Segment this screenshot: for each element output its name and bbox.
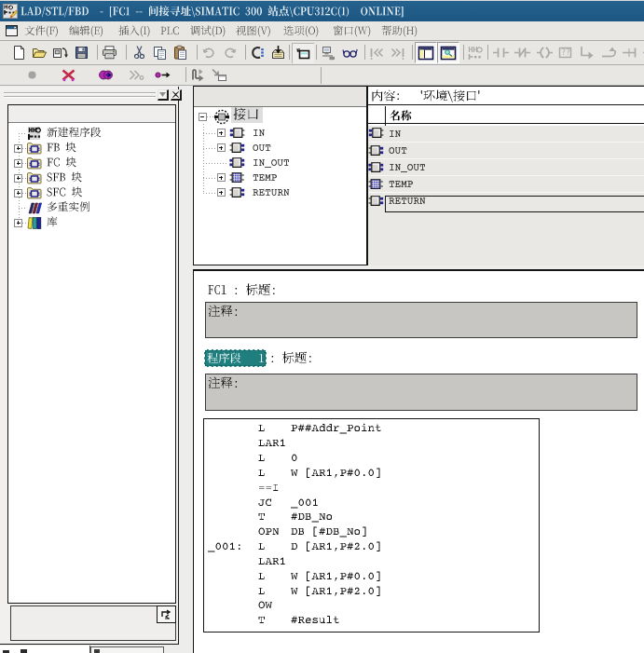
clipped-button[interactable] — [640, 44, 644, 61]
stl-code-box[interactable] — [203, 418, 540, 633]
stl-line[interactable] — [208, 481, 534, 496]
open-branch-button[interactable] — [578, 44, 596, 61]
menu-file[interactable] — [24, 25, 60, 38]
tree-item-new-network[interactable] — [8, 126, 175, 141]
stl-line[interactable] — [208, 569, 534, 584]
open-button[interactable] — [31, 44, 48, 61]
resume-button[interactable] — [154, 66, 171, 84]
coil-button[interactable] — [536, 44, 554, 61]
tree-item-return[interactable] — [194, 186, 366, 201]
expand-icon[interactable] — [217, 143, 226, 152]
menu-debug[interactable] — [190, 25, 227, 38]
open-block-button[interactable] — [51, 44, 69, 61]
compare-button[interactable] — [249, 44, 267, 61]
table-row-temp[interactable] — [368, 175, 644, 192]
tree-item-sfc[interactable] — [8, 185, 175, 200]
stl-line[interactable] — [208, 421, 534, 436]
stl-line[interactable] — [208, 510, 534, 524]
table-row-in[interactable] — [368, 126, 644, 143]
stl-line[interactable] — [208, 554, 534, 569]
connector-button[interactable] — [621, 44, 638, 61]
stl-line[interactable] — [208, 539, 534, 554]
expand-icon[interactable] — [14, 219, 22, 227]
jump-to-source-button[interactable] — [157, 605, 176, 623]
table-column-header[interactable] — [368, 106, 644, 124]
menu-edit[interactable] — [69, 25, 105, 38]
view-detail-toggle[interactable] — [437, 42, 459, 63]
new-network-button[interactable] — [466, 44, 484, 61]
table-row-inout[interactable] — [368, 158, 644, 175]
stl-line[interactable] — [208, 436, 534, 451]
panel-grip[interactable] — [4, 96, 156, 98]
step-over-button[interactable] — [128, 66, 145, 84]
redo-button[interactable] — [221, 44, 239, 61]
network-title-selected[interactable] — [204, 349, 267, 367]
menu-view[interactable] — [236, 25, 272, 38]
program-elements-toggle[interactable] — [415, 42, 437, 63]
next-error-button[interactable] — [389, 44, 406, 61]
table-row-out[interactable] — [368, 142, 644, 158]
collapse-icon[interactable] — [199, 113, 207, 121]
stl-line[interactable] — [208, 598, 534, 613]
goto-location-button[interactable] — [189, 66, 207, 84]
tree-item-in[interactable] — [194, 127, 366, 142]
tree-item-library[interactable] — [8, 215, 175, 230]
tree-item-inout[interactable] — [194, 156, 366, 171]
goto-window-button[interactable] — [211, 66, 228, 84]
expand-icon[interactable] — [14, 144, 22, 153]
tree-item-sfb[interactable] — [8, 170, 175, 185]
paste-button[interactable] — [171, 44, 189, 61]
new-button[interactable] — [10, 44, 28, 61]
stl-line[interactable] — [208, 496, 534, 510]
save-button[interactable] — [73, 44, 90, 61]
symbol-info-button[interactable] — [292, 43, 314, 63]
tab-call-structure[interactable] — [90, 646, 164, 653]
network-comment-box[interactable] — [205, 374, 637, 411]
stl-editor-panel[interactable] — [193, 269, 644, 653]
undo-button[interactable] — [200, 44, 218, 61]
menu-window[interactable] — [333, 25, 373, 38]
menu-options[interactable] — [283, 25, 321, 38]
contact-nc-button[interactable] — [514, 44, 531, 61]
panel-grip[interactable] — [4, 92, 156, 94]
contact-no-button[interactable] — [492, 44, 510, 61]
monitor-button[interactable] — [341, 44, 359, 61]
tree-item-fc[interactable] — [8, 156, 175, 170]
delete-breakpoints-button[interactable] — [60, 66, 77, 84]
previous-error-button[interactable] — [368, 44, 386, 61]
stl-line[interactable] — [208, 466, 534, 481]
print-button[interactable] — [101, 44, 118, 61]
expand-icon[interactable] — [14, 174, 22, 183]
expand-icon[interactable] — [14, 159, 22, 168]
panel-close-button[interactable] — [171, 89, 182, 101]
tree-item-interface[interactable] — [194, 110, 366, 125]
stl-line[interactable] — [208, 613, 534, 628]
panel-menu-button[interactable] — [158, 89, 169, 101]
expand-icon[interactable] — [217, 188, 226, 197]
close-branch-button[interactable] — [600, 44, 618, 61]
title-bar[interactable] — [0, 0, 644, 21]
tab-program-elements[interactable] — [0, 646, 90, 653]
menu-plc[interactable] — [160, 25, 181, 38]
empty-box-button[interactable] — [556, 44, 574, 61]
block-comment-box[interactable] — [205, 302, 637, 338]
tree-item-out[interactable] — [194, 142, 366, 156]
copy-button[interactable] — [151, 44, 169, 61]
tree-item-multi-instance[interactable] — [8, 200, 175, 215]
connect-online-button[interactable] — [320, 44, 337, 61]
expand-icon[interactable] — [14, 189, 22, 197]
stl-line[interactable] — [208, 584, 534, 599]
expand-icon[interactable] — [217, 173, 226, 182]
expand-icon[interactable] — [217, 129, 226, 137]
menu-insert[interactable] — [118, 25, 152, 38]
breakpoints-active-button[interactable] — [97, 66, 115, 84]
stl-line[interactable] — [208, 451, 534, 466]
breakpoint-button[interactable] — [23, 66, 41, 84]
menu-help[interactable] — [381, 25, 419, 38]
mdi-child-icon[interactable] — [6, 25, 18, 36]
cut-button[interactable] — [130, 44, 148, 61]
tree-item-temp[interactable] — [194, 171, 366, 186]
stl-line[interactable] — [208, 524, 534, 539]
tree-item-fb[interactable] — [8, 141, 175, 156]
download-button[interactable] — [269, 44, 287, 61]
